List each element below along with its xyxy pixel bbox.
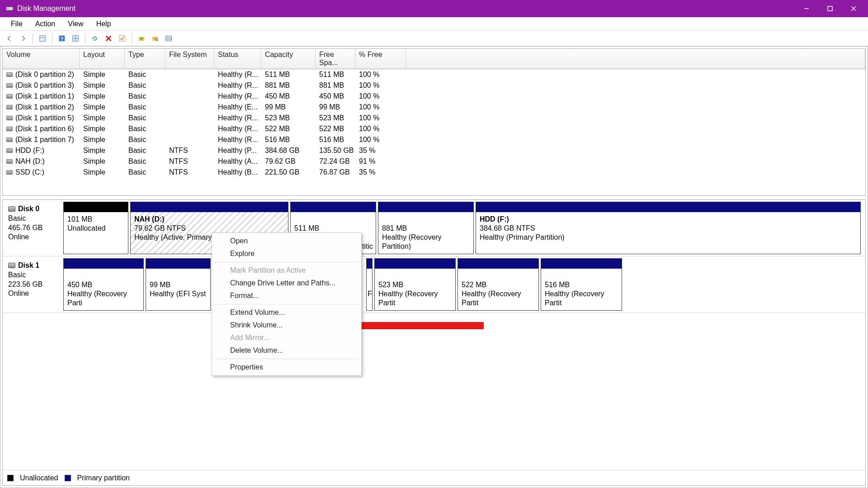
disk-0-info[interactable]: Disk 0 Basic 465.76 GB Online [5, 202, 63, 254]
vol-layout: Simple [80, 168, 125, 176]
help-icon[interactable]: ? [56, 33, 68, 44]
refresh-icon[interactable] [89, 33, 101, 44]
volume-row[interactable]: (Disk 1 partition 2)SimpleBasicHealthy (… [3, 102, 865, 113]
vol-status: Healthy (R... [214, 125, 261, 133]
title-bar: Disk Management [0, 0, 868, 17]
volume-row[interactable]: (Disk 1 partition 6)SimpleBasicHealthy (… [3, 123, 865, 134]
toolbar-separator [52, 33, 52, 43]
partition-hdd-f[interactable]: HDD (F:) 384.68 GB NTFS Healthy (Primary… [476, 202, 861, 254]
partition-99mb[interactable]: 99 MB Healthy (EFI Syst [146, 258, 211, 311]
close-button[interactable] [842, 0, 865, 17]
volume-row[interactable]: NAH (D:)SimpleBasicNTFSHealthy (A...79.6… [3, 156, 865, 167]
vol-free: 522 MB [316, 125, 355, 133]
vol-pct: 35 % [355, 147, 406, 155]
partition-unallocated[interactable]: 101 MB Unallocated [63, 202, 128, 254]
ctx-explore[interactable]: Explore [212, 247, 361, 260]
disk-0-title: Disk 0 [18, 204, 39, 214]
vol-status: Healthy (R... [214, 81, 261, 90]
vol-status: Healthy (B... [214, 168, 261, 176]
vol-type: Basic [125, 157, 165, 166]
vol-pct: 100 % [355, 81, 406, 90]
ctx-open[interactable]: Open [212, 235, 361, 247]
vol-layout: Simple [80, 147, 125, 155]
partition-881mb[interactable]: 881 MB Healthy (Recovery Partition) [378, 202, 474, 254]
svg-rect-20 [166, 36, 172, 41]
volume-row[interactable]: (Disk 1 partition 5)SimpleBasicHealthy (… [3, 113, 865, 123]
col-pct-free[interactable]: % Free [355, 49, 406, 69]
check-icon[interactable] [116, 33, 128, 44]
volume-row[interactable]: SSD (C:)SimpleBasicNTFSHealthy (B...221.… [3, 167, 865, 178]
ctx-delete-volume[interactable]: Delete Volume... [212, 344, 361, 357]
disk-1-info[interactable]: Disk 1 Basic 223.56 GB Online [5, 258, 63, 311]
ctx-change-drive-letter[interactable]: Change Drive Letter and Paths... [212, 277, 361, 289]
partition-522mb[interactable]: 522 MB Healthy (Recovery Partit [458, 258, 539, 311]
list-icon[interactable] [163, 33, 175, 44]
partition-cut[interactable]: F [366, 258, 373, 311]
partition-cap [458, 259, 538, 269]
partition-status-cut: titic [362, 242, 373, 251]
menu-file[interactable]: File [5, 18, 29, 30]
vol-status: Healthy (R... [214, 92, 261, 100]
col-end [406, 49, 865, 69]
volume-row[interactable]: (Disk 0 partition 3)SimpleBasicHealthy (… [3, 80, 865, 91]
col-capacity[interactable]: Capacity [261, 49, 316, 69]
disk-1-status: Online [8, 289, 60, 298]
vol-pct: 100 % [355, 103, 406, 111]
toolbar-separator [85, 33, 85, 43]
maximize-button[interactable] [818, 0, 842, 17]
vol-capacity: 523 MB [261, 114, 316, 122]
vol-name: (Disk 0 partition 2) [3, 71, 80, 79]
minimize-button[interactable] [795, 0, 818, 17]
forward-button[interactable] [17, 33, 29, 44]
menu-help[interactable]: Help [90, 18, 118, 30]
col-layout[interactable]: Layout [80, 49, 125, 69]
partition-523mb[interactable]: 523 MB Healthy (Recovery Partit [374, 258, 456, 311]
col-free-space[interactable]: Free Spa... [316, 49, 355, 69]
disk-glyph-icon [6, 116, 13, 120]
volume-row[interactable]: (Disk 1 partition 1)SimpleBasicHealthy (… [3, 91, 865, 102]
svg-rect-6 [40, 35, 46, 41]
vol-free: 511 MB [316, 71, 355, 79]
col-status[interactable]: Status [214, 49, 261, 69]
grid-icon[interactable] [70, 33, 81, 44]
properties-icon[interactable] [37, 33, 48, 44]
folder-up-icon[interactable] [136, 33, 147, 44]
vol-status: Healthy (P... [214, 147, 261, 155]
svg-rect-3 [828, 6, 832, 11]
partition-450mb[interactable]: 450 MB Healthy (Recovery Parti [63, 258, 144, 311]
ctx-shrink-volume[interactable]: Shrink Volume... [212, 319, 361, 332]
vol-type: Basic [125, 103, 165, 111]
volume-row[interactable]: HDD (F:)SimpleBasicNTFSHealthy (P...384.… [3, 145, 865, 156]
vol-capacity: 99 MB [261, 103, 316, 111]
partition-516mb[interactable]: 516 MB Healthy (Recovery Partit [541, 258, 622, 311]
vol-capacity: 79.62 GB [261, 157, 316, 166]
ctx-properties[interactable]: Properties [212, 361, 361, 374]
ctx-extend-volume[interactable]: Extend Volume... [212, 306, 361, 319]
partition-size: 881 MB [382, 224, 470, 233]
back-button[interactable] [4, 33, 15, 44]
partition-size: 384.68 GB NTFS [480, 224, 857, 233]
disk-1-title: Disk 1 [18, 261, 39, 270]
ctx-format[interactable]: Format... [212, 289, 361, 302]
col-filesystem[interactable]: File System [165, 49, 214, 69]
volume-list[interactable]: Volume Layout Type File System Status Ca… [2, 48, 866, 196]
svg-point-1 [7, 8, 9, 9]
vol-pct: 100 % [355, 71, 406, 79]
delete-icon[interactable] [103, 33, 114, 44]
disk-glyph-icon [6, 83, 13, 88]
menu-action[interactable]: Action [29, 18, 61, 30]
col-type[interactable]: Type [125, 49, 165, 69]
menu-view[interactable]: View [61, 18, 90, 30]
partition-title: HDD (F:) [480, 215, 857, 224]
partition-status: Unallocated [67, 224, 124, 233]
vol-status: Healthy (R... [214, 136, 261, 144]
folder-search-icon[interactable] [149, 33, 161, 44]
vol-type: Basic [125, 71, 165, 79]
vol-capacity: 522 MB [261, 125, 316, 133]
vol-pct: 100 % [355, 114, 406, 122]
col-volume[interactable]: Volume [3, 49, 80, 69]
volume-row[interactable]: (Disk 0 partition 2)SimpleBasicHealthy (… [3, 69, 865, 80]
vol-layout: Simple [80, 81, 125, 90]
volume-row[interactable]: (Disk 1 partition 7)SimpleBasicHealthy (… [3, 134, 865, 145]
vol-capacity: 511 MB [261, 71, 316, 79]
